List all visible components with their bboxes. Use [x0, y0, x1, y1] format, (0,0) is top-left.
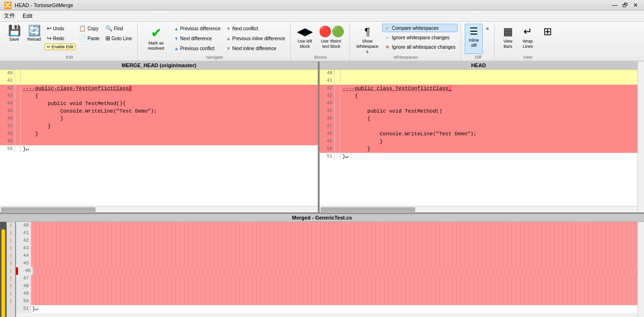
compare-ws-label: Compare whitespaces: [392, 26, 439, 31]
left-pane: MERGE_HEAD (origin/master) 40 41: [0, 62, 320, 212]
maximize-button[interactable]: 🗗: [620, 1, 630, 9]
right-vscroll[interactable]: [637, 62, 644, 212]
prev-conflict-button[interactable]: ▲ Previous conflict: [172, 44, 223, 53]
close-button[interactable]: ✕: [631, 1, 640, 9]
copy-button[interactable]: 📋 Copy: [77, 24, 102, 33]
diff-option1-button[interactable]: ≡: [484, 24, 491, 33]
find-label: Find: [114, 26, 123, 31]
ignore-all-ws-button[interactable]: ✕ Ignore all whitespace changes: [382, 43, 458, 51]
goto-button[interactable]: ⊞ Goto Line: [103, 34, 134, 43]
mark-resolved-button[interactable]: ✔ Mark as resolved: [141, 24, 171, 54]
paste-button[interactable]: 📄 Paste: [77, 34, 102, 43]
right-line-46: 46 {: [320, 115, 637, 123]
menu-file[interactable]: 文件: [0, 10, 19, 21]
view-more-button[interactable]: ⊞: [538, 24, 557, 54]
blocks-group-label: Blocks: [295, 55, 347, 60]
right-content-45: public void TestMethod(): [340, 107, 637, 115]
left-marker-42: [15, 85, 21, 92]
left-linenum-50: 50: [0, 145, 15, 153]
undo-button[interactable]: ↩ Undo: [44, 24, 76, 33]
diff-top: MERGE_HEAD (origin/master) 40 41: [0, 62, 644, 214]
left-linenum-42: 42: [0, 85, 15, 92]
ribbon-group-diff: ☰ Inlinediff ≡ Diff: [462, 24, 495, 61]
merged-content-42: [31, 237, 637, 245]
menu-edit[interactable]: Edit: [19, 10, 36, 21]
inline-diff-button[interactable]: ☰ Inlinediff: [465, 24, 483, 54]
merged-header: Merged - GenericTest.cs: [0, 214, 644, 222]
enable-edit-button[interactable]: ✏ Enable Edit: [44, 44, 76, 50]
left-content-46: }: [21, 115, 318, 123]
right-pane: HEAD 40 41: [320, 62, 637, 212]
gutter-40: !: [7, 222, 15, 229]
navigate-buttons: ▲ Previous difference ▼ Next difference …: [172, 24, 223, 53]
redo-button[interactable]: ↪ Redo: [44, 34, 76, 43]
find-icon: 🔍: [105, 25, 113, 32]
left-line-45: 45 Console.WriteLine("Test Demo");: [0, 107, 318, 115]
use-left-button[interactable]: ◀▶ Use leftblock: [295, 24, 315, 54]
ribbon-group-view: ▦ ViewBars ↵ WrapLines ⊞ View: [496, 24, 560, 61]
use-theirs-label: Use 'theirs'text block: [321, 39, 342, 49]
edit-small-btns: ↩ Undo ↪ Redo ✏ Enable Edit: [44, 24, 76, 50]
title-bar: 🔀 HEAD - TortoiseGitMerge — 🗗 ✕: [0, 0, 644, 10]
reload-button[interactable]: 🔄 Reload: [25, 24, 44, 54]
left-line-48: 48 }: [0, 130, 318, 138]
left-linenum-46: 46: [0, 115, 15, 123]
gutter-47: !: [7, 275, 15, 282]
right-line-41: 41: [320, 77, 637, 85]
next-conflict-label: Next conflict: [232, 26, 258, 31]
right-line-48: 48 Console.WriteLine("Test Demo");: [320, 130, 637, 138]
left-line-50: 50 }↵: [0, 145, 318, 153]
right-marker-48: [335, 130, 340, 138]
merged-line-41: 41: [16, 229, 637, 237]
save-label: Save: [9, 37, 19, 42]
right-linenum-45: 45: [320, 107, 335, 115]
right-content-44: [340, 100, 637, 107]
merged-line-44: 44: [16, 252, 637, 260]
show-whitespaces-button[interactable]: ¶ Show Whitespaces: [354, 24, 381, 54]
ignore-all-ws-label: Ignore all whitespace changes: [392, 44, 456, 50]
prev-inline-label: Previous inline difference: [232, 36, 285, 41]
redo-label: Redo: [53, 36, 64, 41]
merged-vscroll[interactable]: [637, 222, 644, 317]
right-linenum-42: 42: [320, 85, 335, 92]
gutter-42: !: [7, 237, 15, 245]
undo-icon: ↩: [47, 25, 52, 32]
gutter-49: !: [7, 290, 15, 298]
next-diff-button[interactable]: ▼ Next difference: [172, 34, 223, 43]
blocks-group-content: ◀▶ Use leftblock 🔴🟢 Use 'theirs'text blo…: [295, 24, 347, 54]
right-linenum-43: 43: [320, 92, 335, 100]
merged-linenum-45: 45: [16, 260, 31, 267]
merged-line-46: 46: [16, 267, 637, 275]
prev-diff-button[interactable]: ▲ Previous difference: [172, 24, 223, 33]
merged-line-50: 50: [16, 298, 637, 305]
next-conflict-button[interactable]: ▼ Next conflict: [224, 24, 287, 33]
left-linenum-49: 49: [0, 138, 15, 145]
right-hscroll[interactable]: [320, 206, 637, 212]
find-button[interactable]: 🔍 Find: [103, 24, 134, 33]
left-scroll-area[interactable]: 40 41 42 ····public·class·Tes: [0, 70, 318, 206]
right-linenum-41: 41: [320, 77, 335, 85]
merged-lines-area[interactable]: 40 41 42 43 44: [16, 222, 637, 317]
right-linenum-47: 47: [320, 123, 335, 130]
compare-ws-button[interactable]: ✓ Compare whitespaces: [382, 24, 458, 32]
ignore-ws-changes-button[interactable]: ○ Ignore whitespace changes: [382, 33, 458, 42]
minimize-button[interactable]: —: [610, 1, 619, 9]
mark-resolved-label: Mark as resolved: [145, 41, 167, 51]
right-scroll-area[interactable]: 40 41 42 ····public class Tes: [320, 70, 637, 206]
prev-inline-button[interactable]: ▲ Previous inline difference: [224, 34, 287, 43]
merged-linenum-41: 41: [16, 229, 31, 237]
menu-bar: 文件 Edit: [0, 10, 644, 22]
left-code: 40 41 42 ····public·class·Tes: [0, 70, 318, 153]
use-theirs-button[interactable]: 🔴🟢 Use 'theirs'text block: [316, 24, 347, 54]
right-linenum-44: 44: [320, 100, 335, 107]
view-bars-button[interactable]: ▦ ViewBars: [498, 24, 517, 54]
next-inline-button[interactable]: ▼ Next inline difference: [224, 44, 287, 53]
right-line-43: 43 {: [320, 92, 637, 100]
next-diff-label: Next difference: [180, 36, 212, 41]
save-button[interactable]: 💾 Save: [5, 24, 24, 54]
wrap-lines-button[interactable]: ↵ WrapLines: [518, 24, 537, 54]
wrap-lines-label: WrapLines: [522, 39, 533, 49]
left-hscroll[interactable]: [0, 206, 318, 212]
right-marker-46: [335, 115, 340, 123]
merged-content-43: [31, 245, 637, 252]
